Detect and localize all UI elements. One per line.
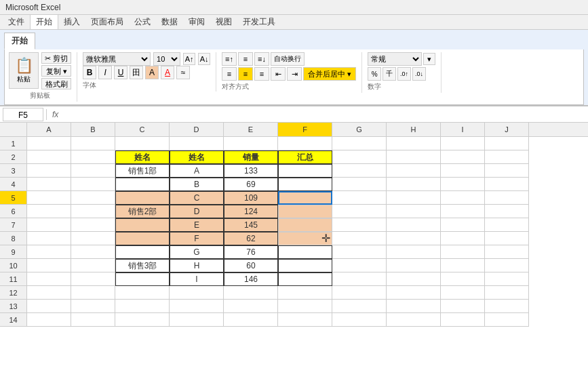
cell-c3[interactable]: 销售1部 — [115, 164, 170, 178]
align-middle-button[interactable]: ≡ — [238, 52, 253, 66]
row-num-12[interactable]: 12 — [0, 286, 27, 300]
row-num-11[interactable]: 11 — [0, 272, 27, 286]
cell-i14[interactable] — [441, 313, 485, 327]
cell-c1[interactable] — [115, 137, 170, 150]
cell-h1[interactable] — [387, 137, 441, 150]
row-num-5[interactable]: 5 — [0, 191, 27, 205]
cell-d14[interactable] — [170, 313, 224, 327]
cell-f12[interactable] — [278, 286, 332, 300]
font-decrease-button[interactable]: A↓ — [198, 53, 210, 65]
cell-f14[interactable] — [278, 313, 332, 327]
cell-g6[interactable] — [332, 205, 387, 218]
cell-h9[interactable] — [387, 245, 441, 259]
cell-i2[interactable] — [441, 150, 485, 164]
cell-g12[interactable] — [332, 286, 387, 300]
cell-a8[interactable] — [27, 232, 71, 245]
row-num-9[interactable]: 9 — [0, 245, 27, 259]
thousands-button[interactable]: 千 — [383, 67, 396, 81]
menu-file[interactable]: 文件 — [3, 15, 30, 29]
cell-f11[interactable] — [278, 272, 332, 286]
cell-h2[interactable] — [387, 150, 441, 164]
cell-h14[interactable] — [387, 313, 441, 327]
cell-c7[interactable] — [115, 218, 170, 232]
cell-e3[interactable]: 133 — [224, 164, 278, 178]
cell-b2[interactable] — [71, 150, 115, 164]
cell-j8[interactable] — [485, 232, 529, 245]
cell-e8[interactable]: 62 — [224, 232, 278, 245]
font-increase-button[interactable]: A↑ — [183, 53, 195, 65]
cell-b9[interactable] — [71, 245, 115, 259]
cell-a3[interactable] — [27, 164, 71, 178]
cell-g8[interactable] — [332, 232, 387, 245]
merge-button[interactable]: 合并后居中 ▾ — [303, 67, 356, 81]
col-header-c[interactable]: C — [115, 123, 170, 136]
align-top-button[interactable]: ≡↑ — [222, 52, 237, 66]
cell-b14[interactable] — [71, 313, 115, 327]
cell-g4[interactable] — [332, 178, 387, 191]
cell-d13[interactable] — [170, 300, 224, 313]
cell-d7[interactable]: E — [170, 218, 224, 232]
cell-b4[interactable] — [71, 178, 115, 191]
col-header-f[interactable]: F — [278, 123, 332, 136]
font-name-select[interactable]: 微软雅黑 — [83, 52, 151, 66]
cell-f7[interactable] — [278, 218, 332, 232]
cell-j13[interactable] — [485, 300, 529, 313]
border-button[interactable]: 田 — [130, 66, 143, 79]
cell-f8[interactable]: ✛ — [278, 232, 332, 245]
cell-f4[interactable] — [278, 178, 332, 191]
cell-e1[interactable] — [224, 137, 278, 150]
cell-i7[interactable] — [441, 218, 485, 232]
cell-h5[interactable] — [387, 191, 441, 205]
cell-c14[interactable] — [115, 313, 170, 327]
cell-d9[interactable]: G — [170, 245, 224, 259]
cell-f2[interactable]: 汇总 — [278, 150, 332, 164]
cell-h13[interactable] — [387, 300, 441, 313]
cell-g1[interactable] — [332, 137, 387, 150]
cell-i5[interactable] — [441, 191, 485, 205]
cell-h7[interactable] — [387, 218, 441, 232]
cell-a13[interactable] — [27, 300, 71, 313]
cell-f5[interactable] — [278, 191, 332, 205]
col-header-g[interactable]: G — [332, 123, 387, 136]
number-expand-button[interactable]: ▾ — [423, 53, 435, 65]
menu-developer[interactable]: 开发工具 — [237, 15, 281, 29]
name-box[interactable]: F5 — [3, 108, 43, 121]
cell-c4[interactable] — [115, 178, 170, 191]
extra-btn[interactable]: ≈ — [176, 66, 190, 79]
cell-f3[interactable] — [278, 164, 332, 178]
cell-j9[interactable] — [485, 245, 529, 259]
menu-data[interactable]: 数据 — [156, 15, 183, 29]
cell-j12[interactable] — [485, 286, 529, 300]
cut-button[interactable]: ✂ 剪切 — [41, 52, 71, 64]
row-num-8[interactable]: 8 — [0, 232, 27, 245]
cell-i10[interactable] — [441, 259, 485, 272]
italic-button[interactable]: I — [98, 66, 112, 79]
cell-f13[interactable] — [278, 300, 332, 313]
cell-a10[interactable] — [27, 259, 71, 272]
align-bottom-button[interactable]: ≡↓ — [254, 52, 269, 66]
cell-b1[interactable] — [71, 137, 115, 150]
cell-h12[interactable] — [387, 286, 441, 300]
row-num-2[interactable]: 2 — [0, 150, 27, 164]
cell-j4[interactable] — [485, 178, 529, 191]
decrease-indent-button[interactable]: ⇤ — [271, 67, 286, 81]
col-header-b[interactable]: B — [71, 123, 115, 136]
cell-a4[interactable] — [27, 178, 71, 191]
row-num-7[interactable]: 7 — [0, 218, 27, 232]
cell-b10[interactable] — [71, 259, 115, 272]
cell-j6[interactable] — [485, 205, 529, 218]
align-right-button[interactable]: ≡ — [254, 67, 269, 81]
col-header-e[interactable]: E — [224, 123, 278, 136]
cell-i4[interactable] — [441, 178, 485, 191]
menu-review[interactable]: 审阅 — [183, 15, 210, 29]
cell-e6[interactable]: 124 — [224, 205, 278, 218]
align-center-button[interactable]: ≡ — [238, 67, 253, 81]
cell-g3[interactable] — [332, 164, 387, 178]
cell-c9[interactable] — [115, 245, 170, 259]
cell-f6[interactable] — [278, 205, 332, 218]
fill-button[interactable]: A — [145, 66, 159, 79]
cell-h10[interactable] — [387, 259, 441, 272]
row-num-6[interactable]: 6 — [0, 205, 27, 218]
cell-b8[interactable] — [71, 232, 115, 245]
cell-j14[interactable] — [485, 313, 529, 327]
